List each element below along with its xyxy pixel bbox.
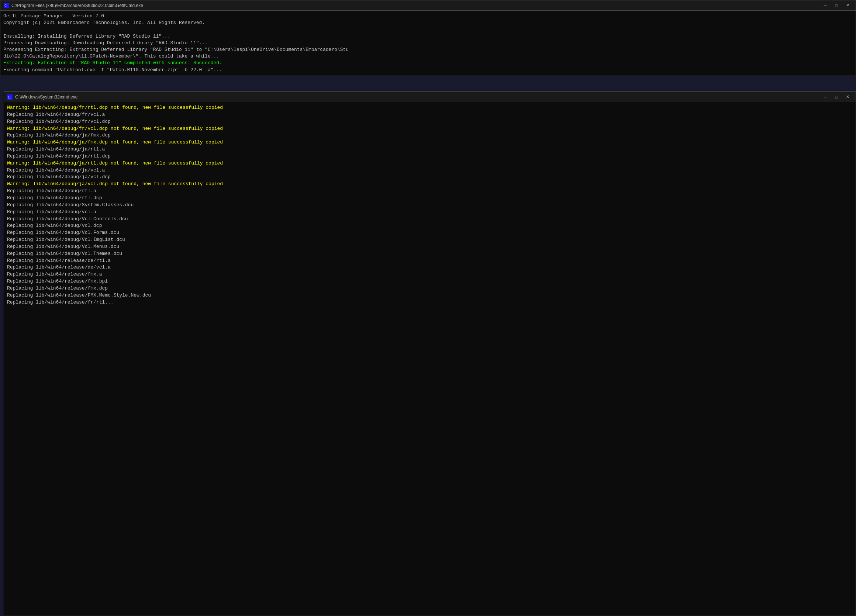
console-line: Replacing lib/win64/release/FMX.Memo.Sty… xyxy=(7,292,151,298)
console-line: Warning: lib/win64/debug/fr/rtl.dcp not … xyxy=(7,105,223,110)
console-line: Executing command "PatchTool.exe -f "Pat… xyxy=(3,67,222,73)
console-line: Replacing lib/win64/debug/fr/vcl.a xyxy=(7,112,105,117)
console-line: Replacing lib/win64/release/de/vcl.a xyxy=(7,264,111,270)
console-line: Replacing lib/win64/debug/rtl.a xyxy=(7,188,96,194)
console-line: Replacing lib/win64/debug/vcl.dcp xyxy=(7,223,102,228)
console-line: Replacing lib/win64/debug/Vcl.Menus.dcu xyxy=(7,244,119,249)
console-line: Copyright (c) 2021 Embarcadero Technolog… xyxy=(3,20,205,25)
console-line: Replacing lib/win64/debug/ja/vcl.a xyxy=(7,167,105,173)
console-line: Processing Downloading: Downloading Defe… xyxy=(3,40,208,46)
console-line: Replacing lib/win64/debug/ja/rtl.dcp xyxy=(7,154,111,159)
console-line: Replacing lib/win64/debug/fr/vcl.dcp xyxy=(7,119,111,124)
console-line: Replacing lib/win64/debug/ja/fmx.dcp xyxy=(7,132,111,138)
console-line: Replacing lib/win64/debug/System.Classes… xyxy=(7,202,134,208)
console-line: Warning: lib/win64/debug/fr/vcl.dcp not … xyxy=(7,126,223,131)
getitcmd-window: C C:\Program Files (x86)\Embarcadero\Stu… xyxy=(0,0,428,76)
console-line: Replacing lib/win64/release/fmx.bpi xyxy=(7,278,108,284)
console-line: Warning: lib/win64/debug/ja/fmx.dcp not … xyxy=(7,140,223,145)
getitcmd-console-content: GetIt Package Manager - Version 7.0 Copy… xyxy=(0,11,428,75)
cmd-window-icon: C xyxy=(3,3,9,8)
console-line: dio\22.0\CatalogRepository\11.0Patch-Nov… xyxy=(3,54,219,59)
console-line: Replacing lib/win64/release/fmx.dcp xyxy=(7,286,108,291)
console-line: Installing: Installing Deferred Library … xyxy=(3,34,170,39)
cmd-title: C:\Windows\System32\cmd.exe xyxy=(15,94,428,100)
console-line: Replacing lib/win64/debug/Vcl.ImgList.dc… xyxy=(7,237,125,242)
console-line: Replacing lib/win64/debug/ja/vcl.dcp xyxy=(7,174,111,180)
getitcmd-title: C:\Program Files (x86)\Embarcadero\Studi… xyxy=(11,3,428,8)
console-line: Warning: lib/win64/debug/ja/rtl.dcp not … xyxy=(7,160,223,166)
console-line: Replacing lib/win64/debug/rtl.dcp xyxy=(7,195,102,201)
console-line: Replacing lib/win64/release/de/rtl.a xyxy=(7,258,111,263)
console-line: Replacing lib/win64/debug/vcl.a xyxy=(7,209,96,215)
cmd-titlebar: C: C:\Windows\System32\cmd.exe ─ □ ✕ xyxy=(4,92,428,102)
console-line: Replacing lib/win64/debug/Vcl.Controls.d… xyxy=(7,216,128,222)
console-line: Extracting: Extraction of "RAD Studio 11… xyxy=(3,60,222,66)
console-line: Replacing lib/win64/debug/Vcl.Themes.dcu xyxy=(7,251,122,257)
console-line: Replacing lib/win64/release/fr/rtl... xyxy=(7,300,114,305)
console-line: GetIt Package Manager - Version 7.0 xyxy=(3,13,104,19)
cmd-window: C: C:\Windows\System32\cmd.exe ─ □ ✕ War… xyxy=(4,92,428,308)
cmd-console-content: Warning: lib/win64/debug/fr/rtl.dcp not … xyxy=(4,102,428,308)
getitcmd-titlebar: C C:\Program Files (x86)\Embarcadero\Stu… xyxy=(0,0,428,11)
console-line: Replacing lib/win64/release/fmx.a xyxy=(7,272,102,277)
console-line: Replacing lib/win64/debug/ja/rtl.a xyxy=(7,146,105,152)
svg-text:C: C xyxy=(5,4,7,8)
cmd-icon: C: xyxy=(7,94,13,100)
svg-text:C:: C: xyxy=(8,95,12,99)
console-line: Warning: lib/win64/debug/ja/vcl.dcp not … xyxy=(7,181,223,187)
console-line: Processing Extracting: Extracting Deferr… xyxy=(3,47,349,52)
console-line: Replacing lib/win64/debug/Vcl.Forms.dcu xyxy=(7,230,119,235)
